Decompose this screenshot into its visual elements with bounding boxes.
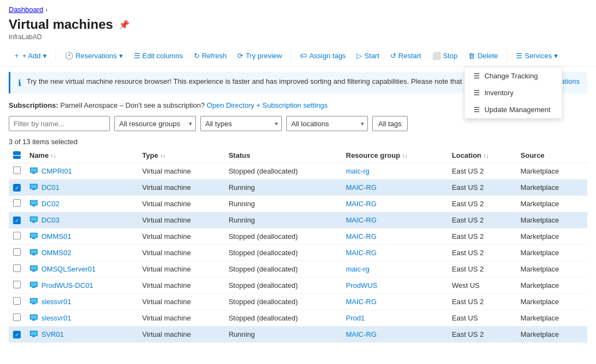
add-icon: ＋ — [13, 51, 20, 60]
rg-link[interactable]: maic-rg — [346, 167, 370, 175]
change-tracking-icon: ☰ — [474, 72, 480, 80]
vm-name-link[interactable]: OMSQLServer01 — [41, 265, 96, 273]
try-preview-button[interactable]: ⟳ Try preview — [233, 50, 286, 62]
vm-name-link[interactable]: slessvr01 — [41, 314, 71, 322]
row-rg-cell: MAIC-RG — [342, 180, 448, 196]
row-checkbox[interactable] — [13, 264, 21, 272]
header-status[interactable]: Status — [224, 148, 342, 163]
row-checkbox[interactable]: ✓ — [13, 184, 21, 192]
rg-link[interactable]: MAIC-RG — [346, 200, 377, 208]
vm-name-link[interactable]: OMMS01 — [41, 232, 71, 240]
row-location-cell: East US 2 — [447, 212, 516, 229]
refresh-icon: ↻ — [194, 52, 200, 60]
row-checkbox[interactable]: ✓ — [13, 217, 21, 224]
row-location-cell: East US 2 — [447, 326, 516, 343]
services-chevron-icon: ▾ — [554, 52, 558, 60]
vm-name-link[interactable]: slessvr01 — [41, 298, 71, 306]
resource-groups-select[interactable]: All resource groups — [114, 116, 196, 131]
reservations-button[interactable]: 🕐 Reservations ▾ — [60, 50, 127, 62]
edit-columns-button[interactable]: ☰ Edit columns — [130, 50, 187, 62]
vm-name-link[interactable]: DC03 — [41, 216, 59, 224]
locations-select[interactable]: All locations — [286, 116, 368, 131]
header-source[interactable]: Source — [516, 148, 587, 163]
types-select[interactable]: All types — [200, 116, 282, 131]
svg-rect-2 — [32, 172, 35, 174]
vm-name-link[interactable]: DC01 — [41, 183, 59, 192]
open-directory-link[interactable]: Open Directory + Subscription settings — [207, 101, 328, 109]
row-checkbox[interactable] — [13, 281, 21, 288]
row-type-cell: Virtual machine — [138, 326, 224, 343]
services-menu-item-inventory[interactable]: ☰ Inventory — [465, 84, 562, 101]
vm-name-link[interactable]: ProdWUS-DC01 — [41, 281, 93, 289]
rg-link[interactable]: MAIC-RG — [346, 232, 377, 240]
rg-link[interactable]: ProdWUS — [346, 281, 378, 289]
row-checkbox[interactable] — [13, 199, 21, 207]
rg-link[interactable]: Prod1 — [346, 314, 365, 322]
toolbar-divider-3 — [507, 50, 507, 61]
locations-select-wrapper: All locations — [286, 116, 368, 131]
row-type-cell: Virtual machine — [138, 294, 224, 310]
all-tags-button[interactable]: All tags — [372, 116, 408, 131]
restart-button[interactable]: ↺ Restart — [386, 50, 426, 62]
row-checkbox-cell: ✓ — [9, 180, 25, 196]
vm-name-link[interactable]: OMMS02 — [41, 249, 71, 257]
services-menu-item-change-tracking[interactable]: ☰ Change Tracking — [465, 67, 562, 84]
svg-rect-10 — [31, 217, 37, 220]
row-checkbox-cell: ✓ — [9, 212, 25, 229]
start-button[interactable]: ▷ Start — [352, 50, 383, 62]
vm-name-link[interactable]: SVR01 — [41, 330, 64, 338]
header-type[interactable]: Type ↑↓ — [138, 148, 224, 163]
breadcrumb-link[interactable]: Dashboard — [9, 5, 44, 14]
vm-table: — Name ↑↓ Type ↑↓ Status Resource group … — [9, 148, 587, 343]
row-checkbox[interactable] — [13, 232, 21, 239]
refresh-button[interactable]: ↻ Refresh — [189, 50, 231, 62]
row-checkbox-cell — [9, 163, 25, 180]
stop-button[interactable]: ⬜ Stop — [428, 50, 462, 62]
row-checkbox[interactable] — [13, 313, 21, 321]
services-menu-item-update-management[interactable]: ☰ Update Management — [465, 101, 562, 118]
pin-icon[interactable]: 📌 — [119, 20, 130, 30]
vm-table-container: — Name ↑↓ Type ↑↓ Status Resource group … — [0, 148, 596, 343]
assign-tags-button[interactable]: 🏷 Assign tags — [296, 50, 350, 62]
rg-link[interactable]: maic-rg — [346, 265, 370, 273]
row-name-cell: DC01 — [25, 180, 138, 196]
vm-icon — [29, 264, 38, 274]
rg-link[interactable]: MAIC-RG — [346, 298, 377, 306]
rg-link[interactable]: MAIC-RG — [346, 183, 377, 192]
svg-rect-20 — [32, 270, 35, 272]
services-button[interactable]: ☰ Services ▾ — [512, 50, 562, 62]
select-all-checkbox[interactable]: — — [13, 151, 21, 159]
row-checkbox[interactable] — [13, 248, 21, 256]
row-checkbox[interactable] — [13, 166, 21, 174]
vm-name-link[interactable]: CMPRI01 — [41, 167, 72, 175]
vm-icon — [29, 215, 38, 225]
add-button[interactable]: ＋ + Add ▾ — [9, 48, 51, 63]
row-source-cell: Marketplace — [516, 212, 587, 229]
vm-icon — [29, 248, 38, 258]
row-status-cell: Stopped (deallocated) — [224, 277, 342, 294]
delete-button[interactable]: 🗑 Delete — [464, 50, 502, 62]
row-source-cell: Marketplace — [516, 277, 587, 294]
header-location[interactable]: Location ↑↓ — [447, 148, 516, 163]
header-resource-group[interactable]: Resource group ↑↓ — [342, 148, 448, 163]
row-type-cell: Virtual machine — [138, 310, 224, 326]
rg-link[interactable]: MAIC-RG — [346, 216, 377, 224]
row-checkbox[interactable] — [13, 297, 21, 305]
table-row: OMMS02Virtual machineStopped (deallocate… — [9, 245, 587, 261]
vm-icon — [29, 297, 38, 307]
breadcrumb: Dashboard › — [0, 0, 596, 15]
rg-link[interactable]: MAIC-RG — [346, 330, 377, 338]
rg-link[interactable]: MAIC-RG — [346, 249, 377, 257]
row-type-cell: Virtual machine — [138, 180, 224, 196]
header-name[interactable]: Name ↑↓ — [25, 148, 138, 163]
name-filter-input[interactable] — [9, 116, 110, 131]
row-checkbox[interactable]: ✓ — [13, 331, 21, 338]
page-title: Virtual machines — [9, 17, 113, 32]
table-row: OMMS01Virtual machineStopped (deallocate… — [9, 229, 587, 245]
svg-rect-7 — [31, 201, 37, 204]
svg-rect-1 — [31, 168, 37, 171]
table-header: — Name ↑↓ Type ↑↓ Status Resource group … — [9, 148, 587, 163]
row-source-cell: Marketplace — [516, 229, 587, 245]
row-name-cell: OMSQLServer01 — [25, 261, 138, 277]
vm-name-link[interactable]: DC02 — [41, 200, 59, 208]
